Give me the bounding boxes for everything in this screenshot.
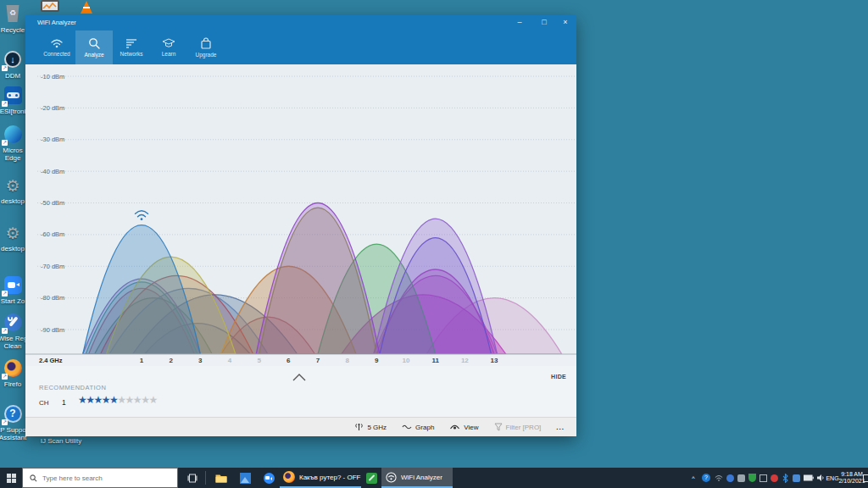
svg-text:11: 11 bbox=[431, 357, 439, 364]
wifi-analyzer-taskbar-label: WiFi Analyzer bbox=[401, 474, 442, 481]
taskbar-search[interactable] bbox=[22, 468, 178, 488]
svg-text:2.4 GHz: 2.4 GHz bbox=[39, 357, 63, 364]
tab-label: Upgrade bbox=[196, 52, 217, 58]
hp-tray-icon[interactable]: ? bbox=[700, 468, 712, 488]
tray-app-blue-icon[interactable] bbox=[725, 468, 736, 488]
monitor-app-icon[interactable] bbox=[41, 0, 61, 14]
vlc-icon[interactable] bbox=[81, 1, 94, 15]
svg-text:3: 3 bbox=[198, 357, 203, 364]
networks-list-icon bbox=[125, 38, 137, 48]
shopping-bag-icon bbox=[200, 37, 212, 49]
more-options-button[interactable]: ... bbox=[556, 424, 565, 431]
date: 2/10/2021 bbox=[838, 478, 865, 485]
graph-view-button[interactable]: Graph bbox=[402, 424, 434, 431]
antivirus-tray-icon[interactable] bbox=[747, 468, 758, 488]
svg-text:6: 6 bbox=[287, 357, 291, 364]
tray-overflow-chevron[interactable]: ^ bbox=[688, 468, 698, 488]
svg-text:-20 dBm: -20 dBm bbox=[41, 104, 64, 112]
magnifier-icon bbox=[88, 37, 100, 49]
tray-app-gray-icon[interactable] bbox=[736, 468, 747, 488]
svg-text:-50 dBm: -50 dBm bbox=[41, 199, 64, 207]
tab-upgrade[interactable]: Upgrade bbox=[187, 30, 225, 64]
svg-text:-30 dBm: -30 dBm bbox=[41, 136, 64, 143]
time: 9:18 AM bbox=[841, 471, 863, 478]
tab-connected[interactable]: Connected bbox=[38, 30, 75, 64]
tab-learn[interactable]: Learn bbox=[150, 30, 187, 64]
svg-text:9: 9 bbox=[375, 357, 379, 364]
filter-pro-button[interactable]: Filter [PRO] bbox=[494, 423, 542, 431]
toolbar-item-label: 5 GHz bbox=[367, 424, 387, 431]
tab-label: Networks bbox=[120, 51, 142, 57]
band-switch-5ghz[interactable]: 5 GHz bbox=[354, 423, 387, 431]
window-title: WiFi Analyzer bbox=[37, 15, 76, 30]
wifi-analyzer-window: WiFi Analyzer – □ × Connected Analyze bbox=[25, 15, 576, 436]
recycle-glyph: ♻ bbox=[6, 8, 20, 17]
recommended-channel-value: 1 bbox=[62, 398, 66, 407]
svg-text:2: 2 bbox=[169, 357, 173, 364]
zoom-button[interactable] bbox=[258, 468, 280, 488]
ij-scan-utility-label[interactable]: IJ Scan Utility bbox=[37, 437, 85, 445]
svg-text:10: 10 bbox=[403, 357, 410, 364]
channel-label: CH bbox=[39, 399, 49, 407]
svg-text:13: 13 bbox=[491, 357, 498, 364]
svg-text:-90 dBm: -90 dBm bbox=[41, 326, 64, 334]
svg-text:7: 7 bbox=[316, 357, 320, 364]
svg-text:5: 5 bbox=[257, 357, 261, 364]
taskbar: Какъв рутер? - OFF… WiFi Analyzer ^ ? bbox=[0, 468, 868, 488]
svg-text:8: 8 bbox=[345, 357, 349, 364]
search-icon bbox=[30, 474, 37, 482]
wifi-analyzer-icon bbox=[386, 472, 397, 483]
svg-text:1: 1 bbox=[140, 357, 144, 364]
network-tray-icon[interactable] bbox=[713, 468, 725, 488]
hide-button[interactable]: HIDE bbox=[551, 374, 566, 380]
star-rating: ★★★★★★★★★★ bbox=[78, 394, 157, 406]
firefox-icon bbox=[283, 471, 295, 483]
task-view-icon bbox=[187, 474, 198, 483]
tray-app-gray2-icon[interactable] bbox=[758, 468, 769, 488]
svg-text:-80 dBm: -80 dBm bbox=[41, 294, 64, 302]
photos-button[interactable] bbox=[234, 468, 256, 488]
bottom-toolbar: 5 GHz Graph View Filter [PRO] ... bbox=[25, 417, 576, 436]
folder-icon bbox=[215, 474, 227, 483]
wifi-analyzer-taskbar-button[interactable]: WiFi Analyzer bbox=[381, 468, 453, 488]
tab-label: Connected bbox=[43, 51, 70, 57]
chart-glyph bbox=[42, 2, 58, 10]
toolbar-item-label: View bbox=[464, 424, 478, 431]
titlebar[interactable]: WiFi Analyzer – □ × bbox=[25, 15, 576, 30]
svg-text:-10 dBm: -10 dBm bbox=[41, 73, 64, 80]
recommendation-panel: HIDE RECOMMENDATION CH 1 ★★★★★★★★★★ bbox=[25, 366, 576, 417]
maximize-button[interactable]: □ bbox=[535, 15, 554, 30]
eye-icon bbox=[449, 424, 460, 431]
svg-text:-40 dBm: -40 dBm bbox=[41, 168, 64, 175]
collapse-chevron-icon[interactable] bbox=[292, 372, 307, 382]
tray-app-red-icon[interactable] bbox=[769, 468, 780, 488]
action-center-button[interactable] bbox=[863, 468, 868, 488]
file-explorer-button[interactable] bbox=[210, 468, 232, 488]
toolbar-item-label: Filter [PRO] bbox=[506, 424, 542, 431]
start-button[interactable] bbox=[0, 468, 22, 488]
graduation-cap-icon bbox=[162, 38, 175, 48]
view-button[interactable]: View bbox=[449, 424, 478, 431]
battery-tray-icon[interactable] bbox=[802, 468, 815, 488]
desktop: ♻ Recycle ↓↗ DDM ↗ ESI[troni ↗ Micros Ed… bbox=[0, 0, 868, 488]
nav-bar: Connected Analyze Networks bbox=[25, 30, 576, 64]
minimize-button[interactable]: – bbox=[510, 15, 529, 30]
green-app-button[interactable] bbox=[363, 468, 380, 488]
notepadpp-icon bbox=[366, 473, 377, 484]
tray-app-bluesq-icon[interactable] bbox=[791, 468, 802, 488]
task-view-button[interactable] bbox=[181, 468, 203, 488]
bluetooth-tray-icon[interactable] bbox=[780, 468, 791, 488]
taskbar-separator bbox=[205, 471, 206, 485]
antenna-icon bbox=[354, 423, 364, 431]
search-input[interactable] bbox=[42, 474, 161, 482]
tab-label: Learn bbox=[162, 51, 176, 57]
clock[interactable]: 9:18 AM 2/10/2021 bbox=[840, 468, 864, 488]
firefox-window-button[interactable]: Какъв рутер? - OFF… bbox=[280, 468, 361, 488]
close-button[interactable]: × bbox=[556, 15, 575, 30]
wifi-icon bbox=[50, 38, 64, 48]
funnel-icon bbox=[494, 423, 503, 431]
tab-analyze[interactable]: Analyze bbox=[75, 30, 113, 64]
tab-networks[interactable]: Networks bbox=[113, 30, 150, 64]
spectrum-plot: -10 dBm-20 dBm-30 dBm-40 dBm-50 dBm-60 d… bbox=[25, 64, 576, 366]
spectrum-graph: -10 dBm-20 dBm-30 dBm-40 dBm-50 dBm-60 d… bbox=[25, 64, 576, 366]
